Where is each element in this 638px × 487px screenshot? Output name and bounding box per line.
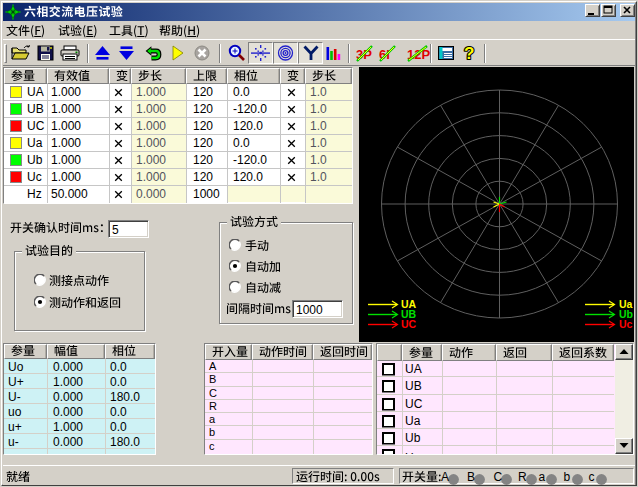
svg-text:Uc: Uc bbox=[619, 318, 633, 330]
svg-text:?: ? bbox=[464, 44, 474, 63]
svg-text:UC: UC bbox=[401, 318, 417, 330]
